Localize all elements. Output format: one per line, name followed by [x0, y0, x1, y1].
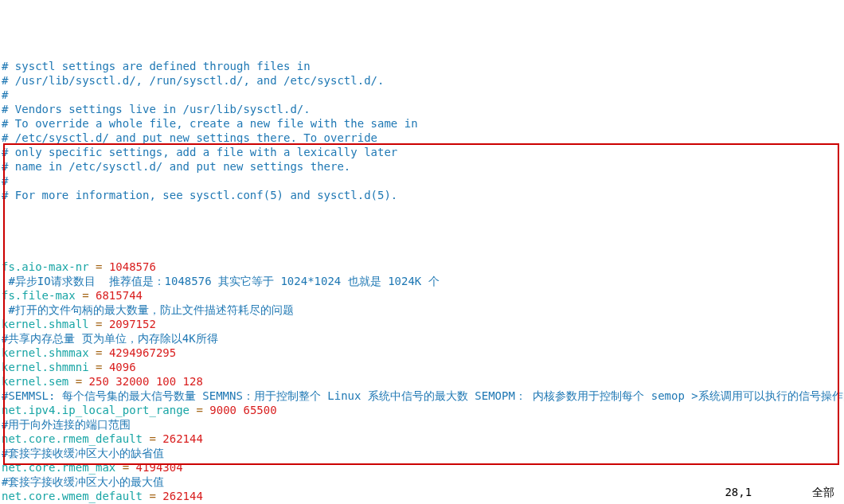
setting-value: 262144	[162, 432, 203, 445]
setting-line: fs.file-max = 6815744	[0, 288, 844, 303]
assign-op: =	[76, 289, 96, 302]
editor-viewport[interactable]: # sysctl settings are defined through fi…	[0, 0, 844, 504]
setting-comment: #用于向外连接的端口范围	[0, 417, 844, 432]
comment-line: # name in /etc/sysctl.d/ and put new set…	[0, 159, 844, 174]
setting-key: fs.aio-max-nr	[2, 260, 89, 273]
setting-key: fs.file-max	[2, 289, 76, 302]
setting-key: net.core.wmem_default	[2, 490, 143, 502]
setting-value: 4294967295	[109, 346, 176, 359]
assign-op: =	[143, 432, 162, 445]
setting-line: net.core.rmem_max = 4194304	[0, 460, 844, 475]
assign-op: =	[89, 346, 109, 359]
comment-line: # /etc/sysctl.d/ and put new settings th…	[0, 131, 844, 145]
comment-line: # For more information, see sysctl.conf(…	[0, 188, 844, 202]
setting-key: net.core.rmem_default	[2, 432, 143, 445]
assign-op: =	[68, 375, 88, 388]
setting-key: kernel.shmall	[2, 318, 89, 330]
setting-key: net.core.rmem_max	[2, 461, 115, 474]
cursor-position: 28,1	[725, 486, 752, 498]
assign-op: =	[89, 361, 109, 373]
comment-line: #	[0, 174, 844, 188]
setting-comment: #SEMMSL: 每个信号集的最大信号数量 SEMMNS：用于控制整个 Linu…	[0, 389, 844, 403]
setting-line: kernel.shmmax = 4294967295	[0, 346, 844, 360]
setting-value: 6815744	[96, 289, 143, 302]
setting-line: kernel.shmmni = 4096	[0, 360, 844, 374]
comment-line: # sysctl settings are defined through fi…	[0, 59, 844, 73]
comment-line: # only specific settings, add a file wit…	[0, 145, 844, 159]
setting-comment: #套接字接收缓冲区大小的最大值	[0, 475, 844, 489]
setting-comment: #套接字接收缓冲区大小的缺省值	[0, 446, 844, 460]
setting-line: net.core.wmem_default = 262144	[0, 489, 844, 503]
setting-key: net.ipv4.ip_local_port_range	[2, 404, 190, 416]
setting-key: kernel.shmmax	[2, 346, 89, 359]
setting-value: 2097152	[109, 318, 156, 330]
setting-comment: #共享内存总量 页为单位，内存除以4K所得	[0, 331, 844, 346]
assign-op: =	[143, 490, 162, 502]
setting-comment: #打开的文件句柄的最大数量，防止文件描述符耗尽的问题	[0, 303, 844, 317]
comment-line: # Vendors settings live in /usr/lib/sysc…	[0, 102, 844, 116]
setting-value: 4194304	[136, 461, 183, 474]
comment-line: # /usr/lib/sysctl.d/, /run/sysctl.d/, an…	[0, 73, 844, 88]
setting-line: kernel.shmall = 2097152	[0, 317, 844, 331]
setting-key: kernel.sem	[2, 375, 68, 388]
setting-comment: #异步IO请求数目 推荐值是：1048576 其实它等于 1024*1024 也…	[0, 274, 844, 288]
comment-line: # To override a whole file, create a new…	[0, 116, 844, 131]
setting-key: kernel.shmmni	[2, 361, 89, 373]
setting-value: 4096	[109, 361, 136, 373]
view-mode: 全部	[812, 486, 834, 498]
setting-line: fs.aio-max-nr = 1048576	[0, 260, 844, 274]
setting-line: net.ipv4.ip_local_port_range = 9000 6550…	[0, 403, 844, 417]
assign-op: =	[89, 318, 109, 330]
sysctl-settings-block: fs.aio-max-nr = 1048576 #异步IO请求数目 推荐值是：1…	[0, 260, 844, 504]
setting-value: 1048576	[109, 260, 156, 273]
setting-value: 9000 65500	[209, 404, 276, 416]
setting-value: 250 32000 100 128	[89, 375, 203, 388]
vim-status-line: 28,1 全部	[725, 485, 834, 499]
setting-line: kernel.sem = 250 32000 100 128	[0, 374, 844, 389]
comment-line: #	[0, 88, 844, 102]
header-comments: # sysctl settings are defined through fi…	[0, 59, 844, 202]
setting-line: net.core.rmem_default = 262144	[0, 432, 844, 446]
assign-op: =	[190, 404, 209, 416]
assign-op: =	[115, 461, 135, 474]
assign-op: =	[89, 260, 109, 273]
setting-value: 262144	[162, 490, 203, 502]
